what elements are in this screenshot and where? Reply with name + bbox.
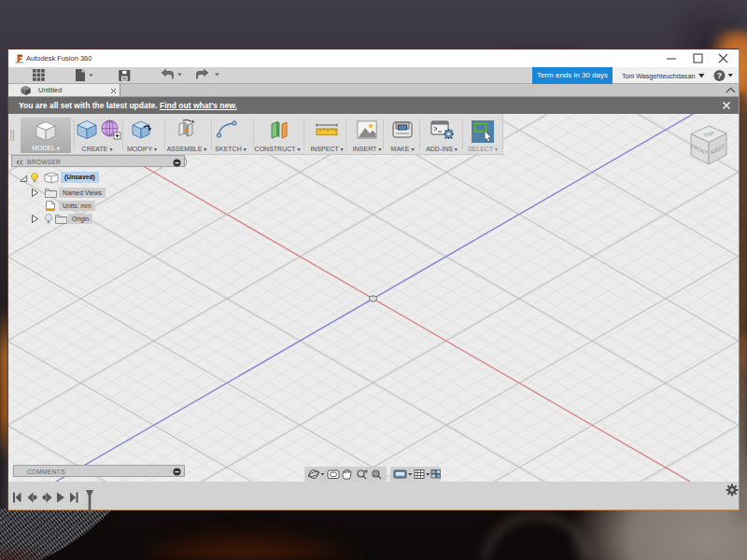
svg-text:?: ?: [717, 71, 723, 80]
